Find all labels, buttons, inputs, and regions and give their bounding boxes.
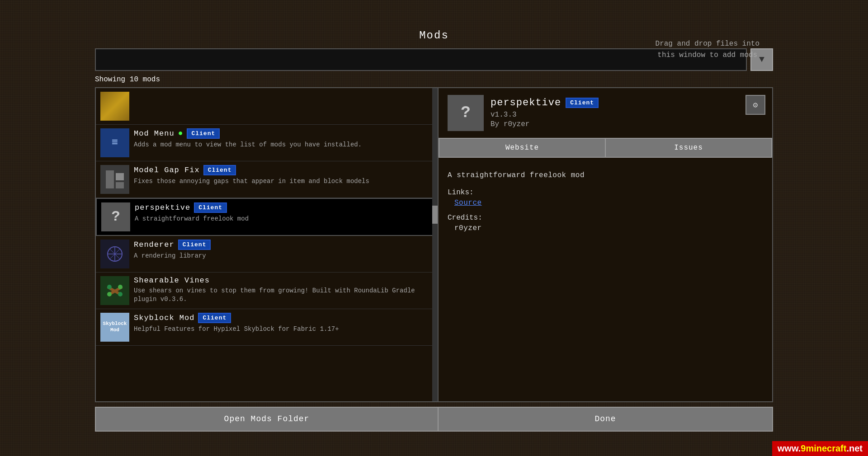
model-gap-svg	[105, 169, 125, 189]
mod-detail-author: By r0yzer	[491, 120, 763, 128]
list-item[interactable]: Renderer Client A rendering library	[96, 236, 438, 273]
mod-name: Renderer	[134, 240, 175, 249]
mod-desc: Use shears on vines to stop them from gr…	[134, 287, 433, 304]
svg-point-11	[118, 285, 123, 289]
mod-detail-icon: ?	[448, 95, 484, 131]
mod-info-modmenu: Mod Menu ● Client Adds a mod menu to vie…	[134, 128, 433, 150]
mod-info-skyblock: Skyblock Mod Client Helpful Features for…	[134, 313, 433, 334]
mod-icon-vines	[100, 276, 129, 305]
mod-icon-renderer	[100, 240, 129, 268]
mod-detail-content: A straightforward freelook mod Links: So…	[439, 165, 772, 401]
links-label: Links:	[448, 188, 763, 197]
mod-name-row: Renderer Client	[134, 240, 433, 250]
drag-hint-line1: Drag and drop files into	[656, 40, 760, 48]
done-button[interactable]: Done	[439, 407, 773, 432]
open-mods-folder-button[interactable]: Open Mods Folder	[95, 407, 439, 432]
renderer-svg	[105, 244, 125, 264]
mod-name: Mod Menu	[134, 129, 175, 138]
content-area: ≡ Mod Menu ● Client Adds a mod menu to v…	[95, 87, 773, 402]
svg-rect-2	[116, 182, 124, 188]
mod-desc: Fixes those annoying gaps that appear in…	[134, 177, 433, 186]
mod-icon-skyblock: SkyblockMod	[100, 313, 129, 342]
mod-detail-name-row: perspektive Client	[491, 97, 763, 108]
credits-value: r0yzer	[448, 224, 763, 232]
mod-detail-header: ? perspektive Client v1.3.3 By r0yzer ⚙	[439, 88, 772, 138]
watermark-www: www.	[778, 443, 801, 453]
source-link[interactable]: Source	[448, 199, 763, 207]
detail-client-badge: Client	[566, 98, 599, 108]
client-badge: Client	[198, 313, 231, 323]
mod-icon-first	[100, 92, 129, 121]
mod-icon-perspektive: ?	[101, 202, 130, 231]
svg-rect-1	[116, 173, 124, 180]
mod-icon-modmenu: ≡	[100, 128, 129, 157]
vines-svg	[105, 281, 125, 301]
list-item[interactable]: ≡ Mod Menu ● Client Adds a mod menu to v…	[96, 125, 438, 161]
mod-detail-version: v1.3.3	[491, 111, 763, 119]
mod-detail-info: perspektive Client v1.3.3 By r0yzer	[491, 97, 763, 128]
mod-info-vines: Shearable Vines Use shears on vines to s…	[134, 276, 433, 304]
mod-info-modelgap: Model Gap Fix Client Fixes those annoyin…	[134, 165, 433, 186]
mod-name: perspektive	[135, 203, 190, 212]
list-item[interactable]: Shearable Vines Use shears on vines to s…	[96, 273, 438, 309]
list-item[interactable]: SkyblockMod Skyblock Mod Client Helpful …	[96, 309, 438, 346]
list-item-perspektive[interactable]: ? perspektive Client A straightforward f…	[96, 198, 438, 236]
settings-button[interactable]: ⚙	[745, 95, 765, 115]
svg-rect-0	[106, 170, 114, 188]
mod-name: Shearable Vines	[134, 276, 210, 285]
watermark: www.9minecraft.net	[772, 441, 868, 456]
mod-detail-description: A straightforward freelook mod	[448, 171, 763, 179]
right-panel: ? perspektive Client v1.3.3 By r0yzer ⚙ …	[439, 87, 773, 402]
bottom-buttons: Open Mods Folder Done	[95, 407, 773, 432]
list-item[interactable]: Model Gap Fix Client Fixes those annoyin…	[96, 161, 438, 198]
mod-icon-modelgap	[100, 165, 129, 194]
drag-hint-line2: this window to add mods	[657, 51, 757, 59]
action-buttons: Website Issues	[439, 138, 772, 165]
links-section: Links: Source	[448, 188, 763, 207]
mod-name-row: Skyblock Mod Client	[134, 313, 433, 323]
search-input[interactable]	[95, 48, 747, 71]
watermark-net: .net	[846, 443, 863, 453]
mod-name-row: Mod Menu ● Client	[134, 128, 433, 139]
list-item[interactable]	[96, 88, 438, 125]
scrollbar[interactable]	[432, 88, 438, 401]
left-panel: ≡ Mod Menu ● Client Adds a mod menu to v…	[95, 87, 439, 402]
mod-info-renderer: Renderer Client A rendering library	[134, 240, 433, 261]
credits-label: Credits:	[448, 214, 763, 222]
client-badge: Client	[203, 165, 236, 175]
mod-desc: A rendering library	[134, 252, 433, 261]
mod-desc: A straightforward freelook mod	[135, 215, 432, 224]
mod-desc: Helpful Features for Hypixel Skyblock fo…	[134, 325, 433, 334]
mod-name: Skyblock Mod	[134, 314, 194, 322]
page-title: Mods	[419, 29, 449, 42]
mod-info-perspektive: perspektive Client A straightforward fre…	[135, 202, 432, 224]
mod-desc: Adds a mod menu to view the list of mods…	[134, 141, 433, 150]
showing-count: Showing 10 mods	[95, 75, 773, 84]
svg-point-12	[107, 292, 112, 296]
svg-point-13	[118, 292, 123, 296]
client-badge: Client	[178, 240, 211, 250]
scrollbar-thumb[interactable]	[432, 206, 438, 224]
mod-name: Model Gap Fix	[134, 166, 200, 174]
green-dot-icon: ●	[178, 129, 184, 138]
website-button[interactable]: Website	[439, 138, 606, 158]
client-badge: Client	[187, 128, 220, 139]
watermark-name: 9minecraft	[801, 443, 846, 453]
filter-icon: ▼	[759, 54, 764, 65]
mod-name-row: perspektive Client	[135, 202, 432, 213]
client-badge: Client	[194, 202, 227, 213]
credits-section: Credits: r0yzer	[448, 214, 763, 232]
main-container: Drag and drop files into this window to …	[95, 25, 773, 432]
settings-icon: ⚙	[753, 100, 758, 110]
mod-detail-name: perspektive	[491, 97, 561, 108]
mod-name-row: Model Gap Fix Client	[134, 165, 433, 175]
mod-name-row: Shearable Vines	[134, 276, 433, 285]
issues-button[interactable]: Issues	[606, 138, 772, 158]
svg-point-10	[107, 285, 112, 289]
mod-list: ≡ Mod Menu ● Client Adds a mod menu to v…	[96, 88, 438, 401]
drag-hint: Drag and drop files into this window to …	[656, 38, 760, 61]
